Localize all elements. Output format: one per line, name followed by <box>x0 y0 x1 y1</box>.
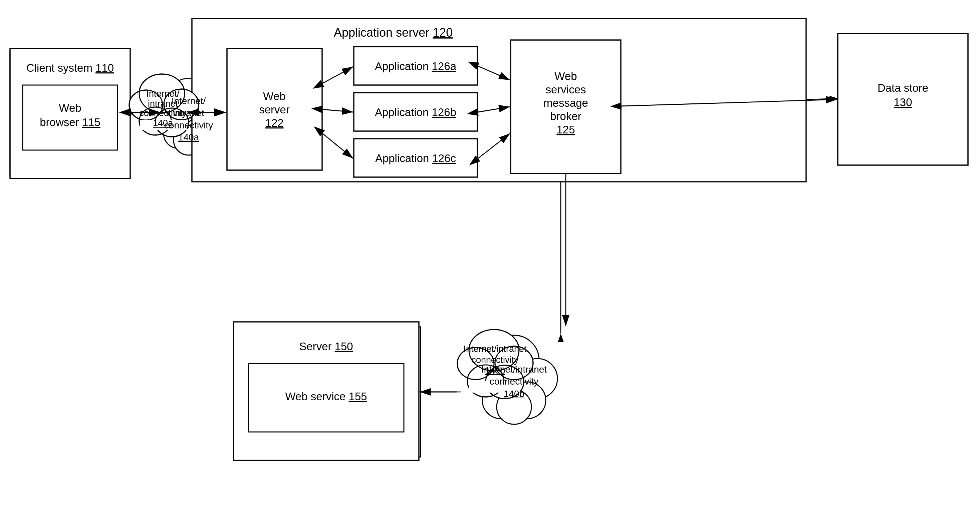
svg-text:broker: broker <box>550 110 581 122</box>
svg-text:Application server 120: Application server 120 <box>334 26 453 40</box>
svg-text:Client system 110: Client system 110 <box>26 62 114 74</box>
svg-text:server: server <box>259 103 290 116</box>
svg-text:Web: Web <box>263 90 285 102</box>
svg-text:Web: Web <box>59 102 81 114</box>
internet-140a-line3: connectivity <box>164 120 213 130</box>
svg-text:Internet/intranet: Internet/intranet <box>463 344 527 354</box>
main-diagram: Application server 120 Client system 110… <box>0 0 980 517</box>
svg-text:Application 126b: Application 126b <box>375 106 456 118</box>
internet-140b-line1: Internet/intranet <box>481 364 547 374</box>
svg-text:122: 122 <box>265 117 283 129</box>
svg-text:Application 126c: Application 126c <box>375 152 456 165</box>
internet-140a-number: 140a <box>178 132 199 143</box>
svg-text:message: message <box>543 97 588 109</box>
svg-text:Web: Web <box>554 70 577 82</box>
internet-140a-line1: Internet/ <box>172 96 206 106</box>
internet-140b-line2: connectivity <box>490 376 538 387</box>
svg-text:browser 115: browser 115 <box>40 116 100 128</box>
svg-text:services: services <box>546 83 586 96</box>
svg-text:Server 150: Server 150 <box>299 340 353 352</box>
svg-text:Data store: Data store <box>878 82 928 94</box>
svg-text:125: 125 <box>557 124 575 136</box>
svg-text:Web service 155: Web service 155 <box>285 390 367 403</box>
svg-text:Application 126a: Application 126a <box>375 60 457 72</box>
internet-140a-line2: intranet <box>173 108 204 118</box>
svg-text:130: 130 <box>894 96 912 108</box>
internet-140b-number: 140b <box>504 389 524 399</box>
